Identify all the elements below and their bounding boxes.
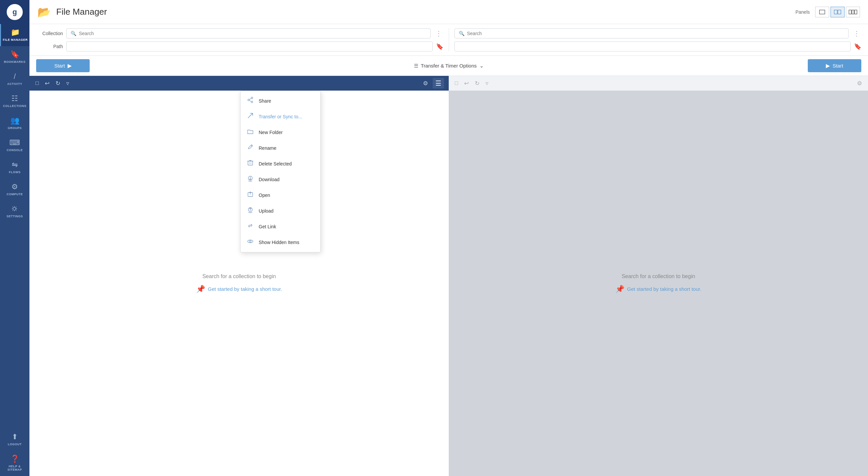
triple-panel-button[interactable] — [846, 7, 860, 18]
svg-point-25 — [250, 241, 251, 242]
sidebar-item-label: GROUPS — [8, 126, 22, 130]
double-panel-button[interactable] — [831, 7, 844, 18]
svg-rect-4 — [852, 10, 854, 14]
sidebar-item-settings[interactable]: ⛭ SETTINGS — [0, 201, 29, 223]
context-menu-delete-label: Delete Selected — [259, 161, 292, 167]
left-path-input-wrap[interactable] — [66, 41, 433, 52]
chevron-down-icon: ⌄ — [479, 63, 484, 69]
right-collection-search[interactable]: 🔍 — [455, 28, 849, 38]
start-label-right: Start — [833, 63, 843, 69]
context-menu-get-link[interactable]: Get Link — [241, 218, 320, 234]
transfer-options[interactable]: ☰ Transfer & Timer Options ⌄ — [414, 63, 484, 69]
transfer-options-label: Transfer & Timer Options — [421, 63, 477, 69]
right-bookmark-btn[interactable]: 🔖 — [854, 43, 861, 50]
parent-dir-btn-right[interactable]: ↩ — [463, 78, 470, 88]
sidebar: g 📁 FILE MANAGER 🔖 BOOKMARKS / ACTIVITY … — [0, 0, 29, 476]
groups-icon: 👥 — [10, 117, 20, 124]
select-all-btn-right[interactable]: □ — [454, 78, 459, 88]
flows-icon: ⇋ — [12, 161, 18, 168]
collections-icon: ☷ — [11, 95, 18, 102]
sidebar-item-collections[interactable]: ☷ COLLECTIONS — [0, 90, 29, 112]
right-tour-link[interactable]: 📌 Get started by taking a short tour. — [615, 285, 701, 294]
sidebar-item-label: SETTINGS — [6, 214, 23, 218]
path-row-right: 🔖 — [455, 41, 862, 52]
sidebar-item-file-manager[interactable]: 📁 FILE MANAGER — [0, 24, 29, 46]
topbar: 📂 File Manager Panels — [29, 0, 868, 24]
context-menu-delete[interactable]: Delete Selected — [241, 156, 320, 171]
share-icon — [247, 97, 254, 105]
right-start-button[interactable]: ▶ Start — [808, 59, 861, 72]
sidebar-nav: 📁 FILE MANAGER 🔖 BOOKMARKS / ACTIVITY ☷ … — [0, 24, 29, 476]
context-menu-upload-label: Upload — [259, 208, 273, 214]
context-menu-new-folder-label: New Folder — [259, 130, 283, 135]
context-menu-open[interactable]: Open — [241, 187, 320, 203]
right-path-input[interactable] — [459, 44, 846, 49]
left-search-input[interactable] — [79, 31, 426, 36]
file-manager-icon: 📁 — [11, 29, 20, 36]
sidebar-item-help[interactable]: ❓ HELP & SITEMAP — [0, 451, 29, 476]
upload-icon — [247, 207, 254, 215]
sidebar-item-compute[interactable]: ⚙ COMPUTE — [0, 178, 29, 201]
sidebar-item-label: HELP & SITEMAP — [1, 465, 28, 471]
panels-area: Search for a collection to begin 📌 Get s… — [29, 91, 868, 476]
single-panel-button[interactable] — [815, 7, 829, 18]
compute-icon: ⚙ — [11, 183, 18, 191]
context-menu-share-label: Share — [259, 98, 271, 104]
context-menu-share[interactable]: Share — [241, 93, 320, 109]
context-menu-btn-left[interactable]: ☰ — [433, 78, 444, 89]
refresh-btn-right[interactable]: ↻ — [473, 78, 481, 88]
context-menu-new-folder[interactable]: New Folder — [241, 124, 320, 140]
context-menu-show-hidden[interactable]: Show Hidden Items — [241, 234, 320, 250]
sidebar-item-label: ACTIVITY — [7, 82, 22, 86]
sidebar-item-groups[interactable]: 👥 GROUPS — [0, 112, 29, 134]
left-tour-link[interactable]: 📌 Get started by taking a short tour. — [196, 285, 282, 294]
left-start-button[interactable]: Start ▶ — [36, 59, 90, 72]
select-all-btn-left[interactable]: □ — [34, 78, 40, 88]
sidebar-logo[interactable]: g — [0, 0, 29, 24]
left-panel-menu-btn[interactable]: ⋮ — [434, 28, 443, 39]
sidebar-item-bookmarks[interactable]: 🔖 BOOKMARKS — [0, 46, 29, 68]
svg-line-9 — [249, 98, 251, 100]
svg-point-6 — [248, 99, 250, 101]
context-menu-download-label: Download — [259, 177, 279, 182]
right-panel-header: 🔍 ⋮ 🔖 — [455, 28, 862, 52]
logout-icon: ⬆ — [12, 433, 18, 441]
context-menu-transfer-sync[interactable]: Transfer or Sync to... — [241, 109, 320, 124]
left-collection-hint: Search for a collection to begin — [203, 273, 276, 279]
settings-icon: ⛭ — [11, 205, 19, 213]
context-menu-show-hidden-label: Show Hidden Items — [259, 240, 299, 245]
tour-icon-left: 📌 — [196, 285, 205, 294]
transfer-bar: Start ▶ ☰ Transfer & Timer Options ⌄ ▶ S… — [29, 56, 868, 76]
parent-dir-btn-left[interactable]: ↩ — [43, 78, 51, 88]
refresh-btn-left[interactable]: ↻ — [54, 78, 62, 88]
sidebar-item-console[interactable]: ⌨ CONSOLE — [0, 134, 29, 157]
svg-rect-13 — [248, 161, 253, 165]
sidebar-item-logout[interactable]: ⬆ LOGOUT — [0, 429, 29, 451]
path-row-left: Path 🔖 — [36, 41, 443, 52]
left-panel-header: Collection 🔍 ⋮ Path 🔖 — [36, 28, 443, 52]
settings-btn-right[interactable]: ⚙ — [856, 78, 863, 88]
left-bookmark-btn[interactable]: 🔖 — [436, 43, 443, 50]
new-folder-icon — [247, 128, 254, 136]
right-panel-menu-btn[interactable]: ⋮ — [852, 28, 861, 39]
context-menu-rename[interactable]: Rename — [241, 140, 320, 156]
svg-rect-3 — [849, 10, 851, 14]
svg-rect-5 — [855, 10, 857, 14]
right-path-input-wrap[interactable] — [455, 41, 851, 52]
sidebar-item-label: FLOWS — [9, 170, 21, 174]
filter-btn-left[interactable]: ▿ — [65, 78, 71, 88]
context-menu-download[interactable]: Download — [241, 171, 320, 187]
context-menu-upload[interactable]: Upload — [241, 203, 320, 218]
settings-btn-left[interactable]: ⚙ — [422, 78, 429, 88]
transfer-sync-icon — [247, 112, 254, 121]
context-menu: Share Transfer or Sync to... New Folder — [240, 91, 320, 252]
left-path-input[interactable] — [71, 44, 428, 49]
help-icon: ❓ — [10, 455, 20, 463]
sidebar-item-flows[interactable]: ⇋ FLOWS — [0, 157, 29, 178]
sliders-icon: ☰ — [414, 63, 418, 69]
filter-btn-right[interactable]: ▿ — [484, 78, 490, 88]
sidebar-item-activity[interactable]: / ACTIVITY — [0, 68, 29, 90]
collection-row-right: 🔍 ⋮ — [455, 28, 862, 39]
left-collection-search[interactable]: 🔍 — [66, 28, 431, 38]
right-search-input[interactable] — [467, 31, 844, 36]
